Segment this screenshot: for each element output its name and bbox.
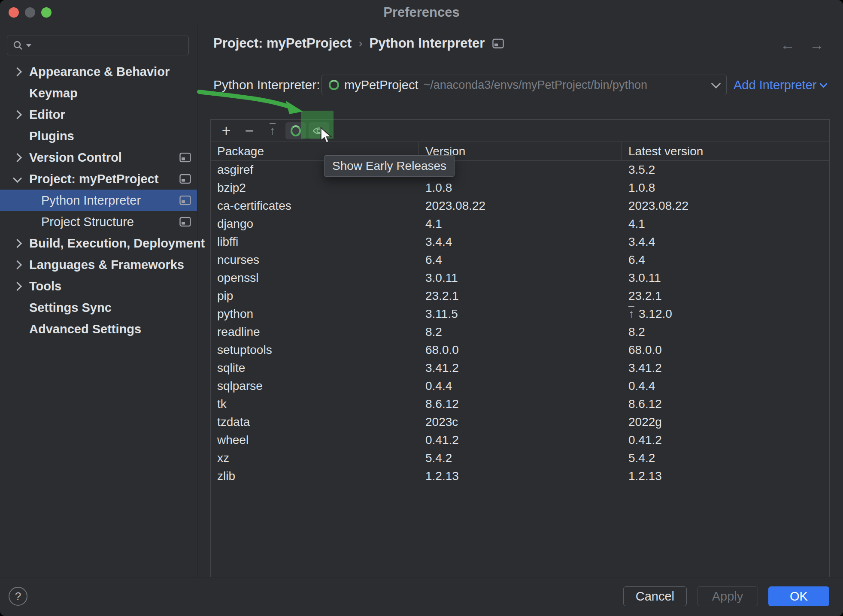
chevron-slot — [10, 112, 24, 118]
help-button[interactable]: ? — [9, 587, 27, 606]
package-name: django — [211, 215, 419, 233]
sidebar-item-project-structure[interactable]: Project Structure — [0, 211, 197, 233]
table-row[interactable]: zlib1.2.131.2.13 — [211, 467, 829, 485]
sidebar-item-project-mypetproject[interactable]: Project: myPetProject — [0, 168, 197, 190]
sidebar-item-version-control[interactable]: Version Control — [0, 147, 197, 168]
minimize-button[interactable] — [25, 7, 35, 18]
table-row[interactable]: xz5.4.25.4.2 — [211, 449, 829, 467]
table-row[interactable]: ca-certificates2023.08.222023.08.22 — [211, 197, 829, 215]
chevron-right-icon[interactable] — [12, 153, 21, 162]
apply-button[interactable]: Apply — [697, 586, 758, 606]
close-button[interactable] — [9, 7, 19, 18]
sidebar-item-build-execution-deployment[interactable]: Build, Execution, Deployment — [0, 233, 197, 254]
mouse-cursor — [319, 127, 334, 144]
table-row[interactable]: sqlite3.41.23.41.2 — [211, 359, 829, 377]
cancel-button[interactable]: Cancel — [623, 586, 687, 606]
table-row[interactable]: tk8.6.128.6.12 — [211, 395, 829, 413]
table-row[interactable]: readline8.28.2 — [211, 323, 829, 341]
package-version: 2023c — [419, 413, 622, 431]
chevron-slot — [10, 69, 24, 75]
package-latest-version: 68.0.0 — [622, 341, 829, 359]
settings-sidebar: Appearance & BehaviorKeymapEditorPlugins… — [0, 24, 197, 577]
settings-search-box[interactable] — [7, 36, 189, 55]
column-header-latest-version[interactable]: Latest version — [622, 142, 829, 160]
chevron-slot — [10, 177, 24, 181]
sidebar-item-advanced-settings[interactable]: Advanced Settings — [0, 318, 197, 340]
package-latest-version: 8.6.12 — [622, 395, 829, 413]
package-latest-version: 23.2.1 — [622, 287, 829, 305]
interpreter-path: ~/anaconda3/envs/myPetProject/bin/python — [423, 79, 707, 92]
table-row[interactable]: libffi3.4.43.4.4 — [211, 233, 829, 251]
per-project-icon — [179, 174, 191, 184]
table-row[interactable]: bzip21.0.81.0.8 — [211, 179, 829, 197]
sidebar-item-tools[interactable]: Tools — [0, 275, 197, 297]
zoom-button[interactable] — [41, 7, 52, 18]
sidebar-item-plugins[interactable]: Plugins — [0, 125, 197, 147]
chevron-slot — [10, 262, 24, 268]
breadcrumb: Project: myPetProject › Python Interpret… — [213, 36, 504, 51]
package-name: zlib — [211, 467, 419, 485]
chevron-right-icon[interactable] — [12, 67, 21, 76]
package-latest-version: 5.4.2 — [622, 449, 829, 467]
forward-button[interactable]: → — [810, 36, 824, 53]
sidebar-item-editor[interactable]: Editor — [0, 104, 197, 125]
package-version: 1.2.13 — [419, 467, 622, 485]
table-row[interactable]: sqlparse0.4.40.4.4 — [211, 377, 829, 395]
titlebar: Preferences — [0, 0, 843, 24]
sidebar-item-python-interpreter[interactable]: Python Interpreter — [0, 190, 197, 211]
interpreter-select[interactable]: myPetProject ~/anaconda3/envs/myPetProje… — [321, 75, 727, 95]
table-row[interactable]: django4.14.1 — [211, 215, 829, 233]
table-row[interactable]: ncurses6.46.4 — [211, 251, 829, 269]
package-version: 5.4.2 — [419, 449, 622, 467]
sidebar-item-appearance-behavior[interactable]: Appearance & Behavior — [0, 61, 197, 82]
table-row[interactable]: openssl3.0.113.0.11 — [211, 269, 829, 287]
search-history-chevron-icon[interactable] — [26, 44, 31, 47]
search-icon — [12, 40, 24, 51]
add-interpreter-button[interactable]: Add Interpreter — [734, 78, 826, 92]
latest-version-text: 8.2 — [628, 325, 645, 339]
latest-version-text: 3.41.2 — [628, 361, 662, 375]
table-row[interactable]: tzdata2023c2022g — [211, 413, 829, 431]
package-name: xz — [211, 449, 419, 467]
sidebar-item-settings-sync[interactable]: Settings Sync — [0, 297, 197, 318]
table-row[interactable]: pip23.2.123.2.1 — [211, 287, 829, 305]
table-row[interactable]: wheel0.41.20.41.2 — [211, 431, 829, 449]
sidebar-item-label: Keymap — [29, 86, 78, 100]
package-version: 3.11.5 — [419, 305, 622, 323]
chevron-right-icon[interactable] — [12, 281, 21, 290]
table-row[interactable]: python3.11.5↑3.12.0 — [211, 305, 829, 323]
package-version: 6.4 — [419, 251, 622, 269]
settings-search-input[interactable] — [34, 39, 183, 53]
sidebar-item-keymap[interactable]: Keymap — [0, 82, 197, 104]
package-latest-version: 8.2 — [622, 323, 829, 341]
chevron-down-icon[interactable] — [12, 173, 21, 182]
package-name: bzip2 — [211, 179, 419, 197]
sidebar-item-label: Python Interpreter — [41, 193, 141, 208]
breadcrumb-project[interactable]: Project: myPetProject — [213, 36, 352, 51]
package-latest-version: 4.1 — [622, 215, 829, 233]
chevron-slot — [10, 154, 24, 161]
package-name: sqlite — [211, 359, 419, 377]
table-row[interactable]: setuptools68.0.068.0.0 — [211, 341, 829, 359]
chevron-slot — [10, 283, 24, 290]
chevron-right-icon[interactable] — [12, 239, 21, 248]
ok-button[interactable]: OK — [768, 586, 829, 606]
latest-version-text: 0.4.4 — [628, 379, 655, 393]
latest-version-text: 8.6.12 — [628, 397, 662, 411]
back-button[interactable]: ← — [780, 36, 795, 53]
package-name: pip — [211, 287, 419, 305]
package-latest-version: 0.41.2 — [622, 431, 829, 449]
package-latest-version: 1.0.8 — [622, 179, 829, 197]
chevron-right-icon[interactable] — [12, 110, 21, 119]
chevron-down-icon — [820, 80, 828, 88]
package-name: libffi — [211, 233, 419, 251]
latest-version-text: 5.4.2 — [628, 451, 655, 465]
table-row[interactable]: asgiref3.5.2 — [211, 161, 829, 179]
sidebar-item-languages-frameworks[interactable]: Languages & Frameworks — [0, 254, 197, 275]
package-version: 3.0.11 — [419, 269, 622, 287]
package-latest-version: 3.4.4 — [622, 233, 829, 251]
package-latest-version: 1.2.13 — [622, 467, 829, 485]
latest-version-text: 2023.08.22 — [628, 199, 688, 213]
chevron-right-icon[interactable] — [12, 260, 21, 269]
history-nav: ← → — [780, 36, 824, 53]
